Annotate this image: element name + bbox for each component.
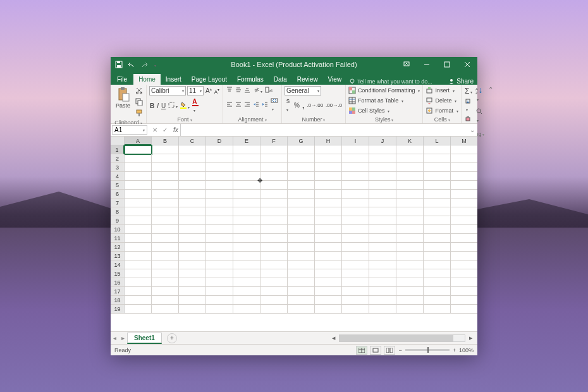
sheet-nav-next-icon[interactable]: ▸: [119, 334, 127, 341]
conditional-formatting-button[interactable]: Conditional Formatting: [348, 86, 420, 95]
cell[interactable]: [342, 278, 369, 287]
row-header[interactable]: 18: [111, 296, 125, 305]
cell[interactable]: [315, 181, 342, 190]
cell[interactable]: [342, 207, 369, 216]
cell[interactable]: [451, 181, 477, 190]
cell[interactable]: [179, 305, 206, 314]
row-header[interactable]: 6: [111, 190, 125, 199]
cell[interactable]: [396, 190, 424, 199]
cell[interactable]: [424, 225, 451, 234]
cell[interactable]: [260, 243, 288, 252]
cell[interactable]: [179, 296, 206, 305]
cell[interactable]: [206, 252, 233, 260]
cell[interactable]: [288, 278, 315, 287]
fill-icon[interactable]: [464, 97, 473, 113]
cell[interactable]: [424, 243, 451, 252]
cell[interactable]: [315, 252, 342, 260]
cell[interactable]: [233, 154, 260, 163]
cell[interactable]: [451, 172, 477, 181]
cell[interactable]: [125, 216, 152, 225]
cell[interactable]: [369, 287, 396, 296]
cell[interactable]: [342, 269, 369, 278]
increase-font-icon[interactable]: A▴: [205, 86, 212, 95]
cell[interactable]: [451, 260, 477, 269]
row-header[interactable]: 5: [111, 181, 125, 190]
cell[interactable]: [206, 296, 233, 305]
cell[interactable]: [233, 181, 260, 190]
font-size-select[interactable]: 11: [187, 86, 204, 95]
fill-color-icon[interactable]: [180, 101, 190, 111]
cell[interactable]: [288, 243, 315, 252]
cell[interactable]: [233, 260, 260, 269]
cell[interactable]: [206, 199, 233, 207]
cell[interactable]: [152, 269, 179, 278]
cell[interactable]: [206, 163, 233, 172]
cell[interactable]: [342, 305, 369, 314]
cell[interactable]: [179, 145, 206, 154]
cell[interactable]: [315, 216, 342, 225]
cell[interactable]: [233, 190, 260, 199]
cell[interactable]: [288, 252, 315, 260]
cell[interactable]: [125, 234, 152, 243]
cell[interactable]: [369, 225, 396, 234]
cell[interactable]: [179, 181, 206, 190]
cell[interactable]: [260, 225, 288, 234]
cell[interactable]: [233, 287, 260, 296]
row-header[interactable]: 12: [111, 243, 125, 252]
cell[interactable]: [369, 181, 396, 190]
horizontal-scrollbar[interactable]: [339, 334, 465, 342]
cell[interactable]: [424, 234, 451, 243]
cell[interactable]: [206, 207, 233, 216]
cell[interactable]: [451, 252, 477, 260]
cell[interactable]: [206, 190, 233, 199]
column-header[interactable]: B: [152, 137, 179, 145]
column-header[interactable]: H: [315, 137, 342, 145]
cell[interactable]: [179, 207, 206, 216]
bold-button[interactable]: B: [149, 102, 155, 110]
decrease-indent-icon[interactable]: [252, 101, 260, 109]
cell[interactable]: [342, 234, 369, 243]
select-all-corner[interactable]: [111, 137, 125, 145]
cell[interactable]: [342, 145, 369, 154]
cell[interactable]: [179, 216, 206, 225]
cell[interactable]: [179, 190, 206, 199]
cell[interactable]: [288, 207, 315, 216]
format-painter-icon[interactable]: [135, 109, 144, 119]
column-header[interactable]: A: [125, 137, 152, 145]
page-break-view-icon[interactable]: [384, 346, 395, 355]
cell[interactable]: [369, 269, 396, 278]
cell[interactable]: [396, 207, 424, 216]
cell[interactable]: [125, 199, 152, 207]
cell[interactable]: [396, 305, 424, 314]
normal-view-icon[interactable]: [356, 346, 367, 355]
scroll-left-icon[interactable]: ◀: [329, 336, 338, 341]
decrease-decimal-icon[interactable]: .00→.0: [325, 102, 343, 109]
tab-home[interactable]: Home: [133, 74, 161, 85]
cell[interactable]: [206, 269, 233, 278]
cell[interactable]: [342, 225, 369, 234]
merge-center-icon[interactable]: [270, 97, 279, 113]
zoom-slider[interactable]: [405, 349, 450, 351]
cell[interactable]: [233, 216, 260, 225]
column-header[interactable]: K: [396, 137, 424, 145]
row-header[interactable]: 15: [111, 269, 125, 278]
increase-indent-icon[interactable]: [261, 101, 269, 109]
cell[interactable]: [233, 199, 260, 207]
row-header[interactable]: 7: [111, 199, 125, 207]
cell[interactable]: [125, 145, 152, 154]
decrease-font-icon[interactable]: A▾: [214, 87, 220, 95]
wrap-text-icon[interactable]: ab: [264, 86, 273, 95]
cell[interactable]: [424, 260, 451, 269]
cell[interactable]: [342, 287, 369, 296]
cell[interactable]: [260, 216, 288, 225]
scrollbar-thumb[interactable]: [340, 335, 453, 341]
cell[interactable]: [288, 269, 315, 278]
redo-icon[interactable]: [140, 61, 149, 68]
cell[interactable]: [369, 190, 396, 199]
borders-icon[interactable]: [168, 101, 178, 110]
cell[interactable]: [152, 287, 179, 296]
formula-input[interactable]: [180, 124, 467, 136]
cell[interactable]: [152, 216, 179, 225]
cell[interactable]: [424, 190, 451, 199]
cell[interactable]: [288, 305, 315, 314]
